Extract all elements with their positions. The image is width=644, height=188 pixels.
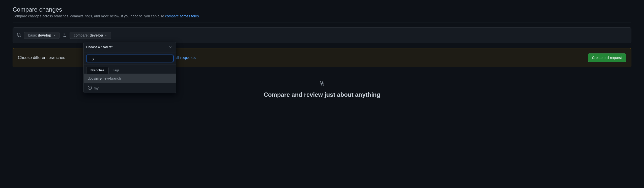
compare-box: base: develop ••• compare: develop Choos… bbox=[13, 27, 631, 43]
item-match: my bbox=[94, 86, 99, 90]
item-suffix: -new-branch bbox=[101, 76, 121, 80]
dropdown-header: Choose a head ref bbox=[84, 42, 176, 52]
base-branch-button[interactable]: base: develop bbox=[24, 32, 60, 39]
compare-label: compare: bbox=[74, 33, 89, 37]
page-subtitle: Compare changes across branches, commits… bbox=[13, 14, 631, 22]
git-compare-icon bbox=[17, 33, 21, 38]
arrow-left-icon: ••• bbox=[62, 33, 68, 38]
chevron-down-icon bbox=[53, 35, 55, 36]
chevron-down-icon bbox=[105, 35, 107, 36]
list-item[interactable]: my bbox=[84, 83, 176, 93]
dropdown-tabs: Branches Tags bbox=[84, 65, 176, 74]
base-label: base: bbox=[28, 33, 37, 37]
base-value: develop bbox=[38, 33, 51, 37]
item-match: my bbox=[96, 76, 101, 80]
info-text-prefix: Choose different branches bbox=[18, 55, 65, 60]
compare-value: develop bbox=[90, 33, 103, 37]
subtitle-suffix: . bbox=[199, 14, 200, 18]
compare-forks-link[interactable]: compare across forks bbox=[165, 14, 199, 18]
close-button[interactable] bbox=[167, 44, 173, 50]
item-prefix: docs/ bbox=[88, 76, 96, 80]
page-title: Compare changes bbox=[13, 6, 631, 13]
head-ref-dropdown: Choose a head ref Branches Tags docs/my-… bbox=[83, 42, 176, 93]
dropdown-list: docs/my-new-branch my bbox=[84, 74, 176, 93]
search-input[interactable] bbox=[86, 55, 173, 62]
dropdown-search bbox=[84, 52, 176, 65]
tab-branches[interactable]: Branches bbox=[86, 67, 109, 74]
compare-branch-button[interactable]: compare: develop bbox=[70, 32, 111, 39]
create-pr-button[interactable]: Create pull request bbox=[588, 53, 626, 62]
list-item[interactable]: docs/my-new-branch bbox=[84, 74, 176, 83]
dropdown-title: Choose a head ref bbox=[86, 45, 112, 49]
history-icon bbox=[88, 86, 92, 90]
subtitle-text: Compare changes across branches, commits… bbox=[13, 14, 165, 18]
close-icon bbox=[168, 45, 172, 49]
tab-tags[interactable]: Tags bbox=[109, 67, 124, 74]
